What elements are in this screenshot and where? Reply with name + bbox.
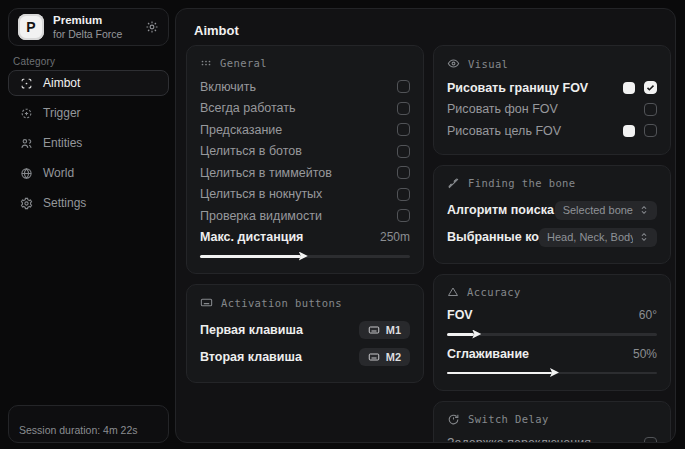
toggle-row: Целиться в нокнутых xyxy=(200,184,410,206)
slider-label: Макс. дистанция xyxy=(200,230,303,244)
fov-slider[interactable] xyxy=(447,329,657,339)
bone-icon xyxy=(447,177,460,190)
slider-value: 250m xyxy=(380,230,410,244)
toggle-row: Всегда работать xyxy=(200,98,410,120)
toggle-row: Задержка переключения xyxy=(447,433,657,444)
toggle-row: Предсказание xyxy=(200,119,410,141)
smoothing-value: 50% xyxy=(633,347,657,361)
keybind-row: Первая клавиша M1 xyxy=(200,316,410,343)
keybind-button-secondary[interactable]: M2 xyxy=(359,348,410,366)
sidebar-item-world[interactable]: World xyxy=(8,160,169,186)
toggle-label: Предсказание xyxy=(200,123,282,137)
panel-activation-buttons: Activation buttons Первая клавиша M1 Вто… xyxy=(186,284,424,383)
gear-icon xyxy=(20,197,33,210)
selected-bones-label: Выбранные кости xyxy=(447,230,539,244)
gear-icon[interactable] xyxy=(145,20,159,34)
checkbox[interactable] xyxy=(397,209,410,222)
checkbox[interactable] xyxy=(397,188,410,201)
toggle-row: Целиться в тиммейтов xyxy=(200,162,410,184)
sidebar-item-settings[interactable]: Settings xyxy=(8,190,169,216)
checkbox[interactable] xyxy=(644,437,657,443)
keybind-value: M2 xyxy=(386,351,401,363)
toggle-label: Целиться в тиммейтов xyxy=(200,166,332,180)
checkbox[interactable] xyxy=(397,166,410,179)
product-title: Premium xyxy=(53,13,136,27)
toggle-row: Проверка видимости xyxy=(200,205,410,227)
visual-label: Рисовать фон FOV xyxy=(447,102,558,116)
switch-delay-toggle-label: Задержка переключения xyxy=(447,436,591,443)
scan-crosshair-icon xyxy=(20,77,33,90)
keybind-label: Вторая клавиша xyxy=(200,350,302,364)
checkbox[interactable] xyxy=(397,102,410,115)
sidebar-item-entities[interactable]: Entities xyxy=(8,130,169,156)
slider-row: Макс. дистанция 250m xyxy=(200,227,410,249)
toggle-label: Проверка видимости xyxy=(200,209,322,223)
visual-label: Рисовать цель FOV xyxy=(447,124,561,138)
keybind-value: M1 xyxy=(386,324,401,336)
checkbox[interactable] xyxy=(397,123,410,136)
page-title: Aimbot xyxy=(194,23,239,38)
toggle-label: Включить xyxy=(200,80,256,94)
sidebar: P Premium for Delta Force Category Aimbo… xyxy=(0,0,175,449)
sidebar-item-label: Trigger xyxy=(43,106,81,120)
panel-switch-delay: Switch Delay Задержка переключения Задер… xyxy=(433,401,671,444)
max-distance-slider[interactable] xyxy=(200,251,410,261)
sidebar-item-aimbot[interactable]: Aimbot xyxy=(8,70,169,96)
checkbox[interactable] xyxy=(644,103,657,116)
category-label: Category xyxy=(13,56,55,67)
panel-title: Accuracy xyxy=(467,286,521,298)
slider-row: Сглаживание 50% xyxy=(447,343,657,365)
sidebar-nav: Aimbot Trigger Entities World Settings xyxy=(8,70,169,216)
visual-label: Рисовать границу FOV xyxy=(447,81,588,95)
toggle-label: Целиться в нокнутых xyxy=(200,187,322,201)
fov-label: FOV xyxy=(447,308,473,322)
users-icon xyxy=(20,137,33,150)
eye-icon xyxy=(447,57,460,70)
visual-row: Рисовать фон FOV xyxy=(447,99,657,121)
keybind-row: Вторая клавиша M2 xyxy=(200,343,410,370)
keyboard-icon xyxy=(200,296,213,309)
visual-row: Рисовать границу FOV xyxy=(447,77,657,99)
smoothing-label: Сглаживание xyxy=(447,347,529,361)
sidebar-item-label: Settings xyxy=(43,196,86,210)
panel-finding-bone: Finding the bone Алгоритм поиска костей … xyxy=(433,165,671,264)
rotate-timer-icon xyxy=(447,413,460,426)
keybind-button-primary[interactable]: M1 xyxy=(359,321,410,339)
checkbox[interactable] xyxy=(397,80,410,93)
chevron-up-down-icon xyxy=(639,232,649,242)
bone-algorithm-row: Алгоритм поиска костей Selected bone xyxy=(447,197,657,224)
bone-algorithm-select[interactable]: Selected bone xyxy=(555,201,657,220)
keyboard-icon xyxy=(368,351,380,363)
slider-row: FOV 60° xyxy=(447,305,657,327)
chevron-up-down-icon xyxy=(639,205,649,215)
panel-general: General Включить Всегда работать Предска… xyxy=(186,45,424,274)
fov-value: 60° xyxy=(639,308,657,322)
panel-accuracy: Accuracy FOV 60° Сглаживание 50% xyxy=(433,274,671,391)
smoothing-slider[interactable] xyxy=(447,368,657,378)
toggle-label: Всегда работать xyxy=(200,101,296,115)
selected-value: Head, Neck, Body, Pe... xyxy=(547,231,633,243)
checkbox[interactable] xyxy=(644,81,657,94)
keyboard-icon xyxy=(368,324,380,336)
panel-title: General xyxy=(220,57,267,69)
toggle-row: Включить xyxy=(200,76,410,98)
checkbox[interactable] xyxy=(397,145,410,158)
toggle-row: Целиться в ботов xyxy=(200,141,410,163)
checkbox[interactable] xyxy=(644,124,657,137)
selected-bones-select[interactable]: Head, Neck, Body, Pe... xyxy=(539,228,657,247)
color-swatch[interactable] xyxy=(623,82,635,94)
sidebar-item-trigger[interactable]: Trigger xyxy=(8,100,169,126)
selected-value: Selected bone xyxy=(563,204,633,216)
selected-bones-row: Выбранные кости Head, Neck, Body, Pe... xyxy=(447,224,657,251)
panel-title: Switch Delay xyxy=(468,413,549,425)
visual-row: Рисовать цель FOV xyxy=(447,120,657,142)
session-duration-card: Session duration: 4m 22s xyxy=(8,405,169,443)
sidebar-item-label: World xyxy=(43,166,74,180)
panel-visual: Visual Рисовать границу FOV Рисовать фон… xyxy=(433,45,671,155)
triangle-icon xyxy=(447,286,459,298)
color-swatch[interactable] xyxy=(623,125,635,137)
sidebar-item-label: Aimbot xyxy=(43,76,80,90)
app-logo: P xyxy=(18,14,44,40)
trigger-crosshair-icon xyxy=(20,107,33,120)
bone-algorithm-label: Алгоритм поиска костей xyxy=(447,203,555,217)
